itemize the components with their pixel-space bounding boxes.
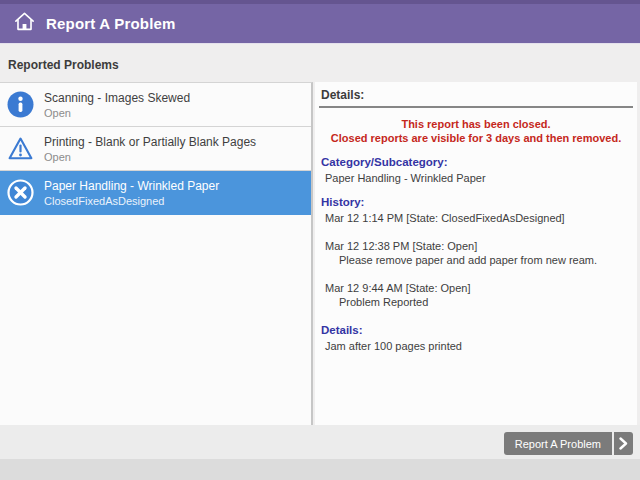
history-entry-text: Mar 12 12:38 PM [State: Open]: [325, 240, 633, 253]
closed-x-icon: [7, 179, 34, 206]
problem-row-paper-handling[interactable]: Paper Handling - Wrinkled Paper ClosedFi…: [0, 171, 311, 215]
report-a-problem-button[interactable]: Report A Problem: [504, 432, 633, 455]
report-a-problem-screen: Report A Problem Reported Problems Scann…: [0, 0, 640, 480]
details-heading: Details:: [321, 88, 633, 102]
details-panel: Details: This report has been closed. Cl…: [315, 82, 637, 425]
report-a-problem-button-label: Report A Problem: [504, 432, 612, 455]
chevron-right-icon: [614, 432, 633, 455]
details-label: Details:: [321, 324, 633, 336]
info-icon: [7, 91, 34, 118]
problem-title: Scanning - Images Skewed: [44, 91, 190, 105]
category-value: Paper Handling - Wrinkled Paper: [325, 172, 633, 185]
reported-problems-list: Scanning - Images Skewed Open Printing -…: [0, 82, 313, 425]
closed-notice-line1: This report has been closed.: [319, 117, 633, 131]
category-label: Category/Subcategory:: [321, 156, 633, 168]
problem-row-scanning[interactable]: Scanning - Images Skewed Open: [0, 83, 311, 127]
warning-icon: [7, 135, 34, 162]
closed-notice: This report has been closed. Closed repo…: [319, 117, 633, 145]
history-entry: Mar 12 1:14 PM [State: ClosedFixedAsDesi…: [319, 212, 633, 225]
details-divider: [319, 106, 633, 108]
home-icon: [13, 10, 36, 37]
app-header: Report A Problem: [0, 0, 640, 44]
history-entry-text: Mar 12 9:44 AM [State: Open]: [325, 282, 633, 295]
history-entry-text: Mar 12 1:14 PM [State: ClosedFixedAsDesi…: [325, 212, 633, 225]
problem-row-printing[interactable]: Printing - Blank or Partially Blank Page…: [0, 127, 311, 171]
bottom-bar: [0, 459, 640, 480]
problem-title: Printing - Blank or Partially Blank Page…: [44, 135, 256, 149]
history-entry: Mar 12 9:44 AM [State: Open] Problem Rep…: [319, 282, 633, 309]
closed-notice-line2: Closed reports are visible for 3 days an…: [319, 131, 633, 145]
details-value: Jam after 100 pages printed: [325, 340, 633, 353]
home-button[interactable]: [12, 12, 36, 36]
history-entry-note: Please remove paper and add paper from n…: [339, 254, 633, 267]
history-label: History:: [321, 196, 633, 208]
problem-title: Paper Handling - Wrinkled Paper: [44, 179, 219, 193]
problem-status: Open: [44, 151, 256, 163]
page-title: Report A Problem: [46, 15, 176, 32]
problem-status: Open: [44, 107, 190, 119]
history-entry-note: Problem Reported: [339, 296, 633, 309]
section-title: Reported Problems: [8, 58, 119, 72]
problem-status: ClosedFixedAsDesigned: [44, 195, 219, 207]
history-entry: Mar 12 12:38 PM [State: Open] Please rem…: [319, 240, 633, 267]
